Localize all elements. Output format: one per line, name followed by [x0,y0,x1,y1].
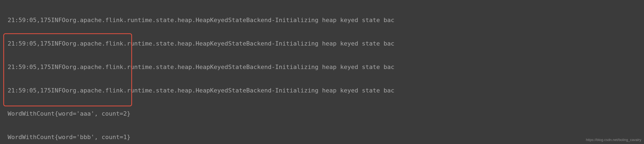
log-dash: - [272,87,275,95]
log-message: Initializing heap keyed state bac [275,16,394,24]
log-line: 21:59:05,175 INFO org.apache.flink.runti… [0,63,644,71]
log-level: INFO [51,16,65,24]
log-timestamp: 21:59:05,175 [8,63,51,71]
log-logger: org.apache.flink.runtime.state.heap.Heap… [65,87,272,95]
log-dash: - [272,63,275,71]
log-message: Initializing heap keyed state bac [275,40,394,48]
output-line: WordWithCount{word='bbb', count=1} [0,133,644,141]
log-timestamp: 21:59:05,175 [8,87,51,95]
watermark-text: https://blog.csdn.net/boling_cavalry [586,138,641,142]
log-line: 21:59:05,175 INFO org.apache.flink.runti… [0,40,644,48]
log-logger: org.apache.flink.runtime.state.heap.Heap… [65,63,272,71]
log-dash: - [272,40,275,48]
log-message: Initializing heap keyed state bac [275,63,394,71]
log-level: INFO [51,40,65,48]
console-output: 21:59:05,175 INFO org.apache.flink.runti… [0,0,644,144]
log-logger: org.apache.flink.runtime.state.heap.Heap… [65,40,272,48]
log-level: INFO [51,87,65,95]
log-dash: - [272,16,275,24]
log-line: 21:59:05,175 INFO org.apache.flink.runti… [0,87,644,95]
log-level: INFO [51,63,65,71]
output-line: WordWithCount{word='aaa', count=2} [0,110,644,118]
log-logger: org.apache.flink.runtime.state.heap.Heap… [65,16,272,24]
log-line: 21:59:05,175 INFO org.apache.flink.runti… [0,16,644,24]
log-message: Initializing heap keyed state bac [275,87,394,95]
log-timestamp: 21:59:05,175 [8,40,51,48]
log-timestamp: 21:59:05,175 [8,16,51,24]
